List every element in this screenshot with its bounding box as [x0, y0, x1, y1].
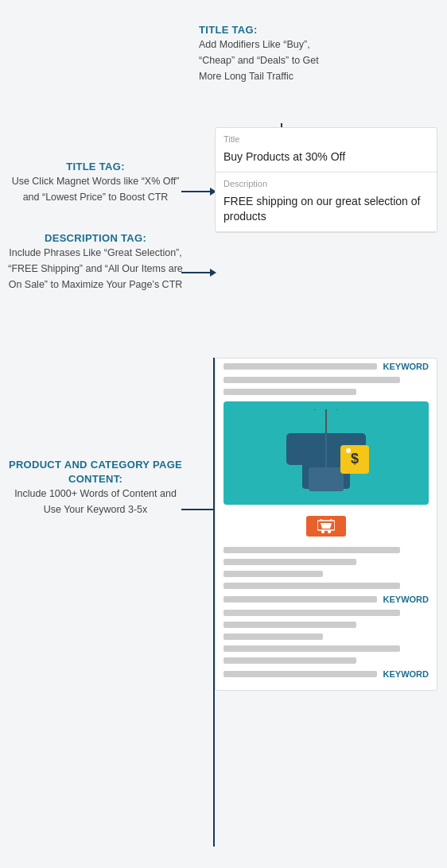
pp-bar-7 [224, 610, 400, 616]
keyword-bar-line1 [224, 363, 377, 370]
cart-button-area [216, 511, 437, 541]
product-image-area: $ [224, 401, 429, 505]
keyword-row-mid: KEYWORD [224, 595, 429, 604]
title-field-group: Title Buy Products at 30% Off [216, 128, 437, 172]
arrow-right-product [181, 509, 215, 510]
annotation-title-left: TITLE TAG: Use Click Magnet Words like “… [8, 159, 183, 205]
pp-bar-9 [224, 634, 323, 640]
svg-point-13 [321, 530, 325, 533]
annotation-desc-body: Include Phrases Like “Great Selection”, … [8, 247, 183, 290]
arrow-line-h-product [181, 509, 215, 510]
annotation-description: DESCRIPTION TAG: Include Phrases Like “G… [8, 231, 183, 292]
desc-field-value: FREE shipping on our great selection of … [224, 191, 429, 227]
svg-rect-5 [309, 467, 344, 491]
svg-rect-3 [286, 433, 306, 465]
pp-bar-6 [224, 583, 400, 589]
svg-point-9 [346, 448, 351, 453]
pp-bar-8 [224, 622, 356, 628]
arrow-head-right-desc [210, 269, 216, 277]
keyword-label-mid: KEYWORD [383, 595, 429, 604]
product-page-mock: KEYWORD $ [215, 358, 437, 691]
annotation-product: PRODUCT AND CATEGORY PAGE CONTENT: Inclu… [8, 457, 183, 517]
annotation-title-left-body: Use Click Magnet Words like “X% Off” and… [12, 176, 180, 203]
pp-bar-2 [224, 389, 356, 395]
annotation-product-body: Include 1000+ Words of Content and Use Y… [14, 488, 177, 515]
svg-text:$: $ [351, 451, 359, 467]
keyword-label-bottom: KEYWORD [383, 669, 429, 679]
cart-button [306, 516, 346, 537]
pp-bar-4 [224, 559, 356, 565]
annotation-title-top: TITLE TAG: Add Modifiers Like “Buy”, “Ch… [199, 22, 338, 83]
pp-bar-1 [224, 377, 400, 383]
keyword-label-top: KEYWORD [383, 362, 429, 371]
pp-bar-11 [224, 657, 356, 664]
keyword-bar-bottom [224, 671, 377, 677]
arrow-line-h-desc [181, 272, 210, 273]
keyword-bar-mid [224, 596, 377, 603]
arrow-right-title [181, 188, 216, 196]
annotation-desc-label: DESCRIPTION TAG: [45, 232, 146, 244]
arrow-line-h-title [181, 191, 210, 192]
annotation-title-top-body: Add Modifiers Like “Buy”, “Cheap” and “D… [199, 39, 319, 82]
annotation-product-label: PRODUCT AND CATEGORY PAGE CONTENT: [9, 459, 182, 485]
clothing-icon: $ [278, 409, 374, 497]
desc-field-group: Description FREE shipping on our great s… [216, 172, 437, 232]
pp-bar-3 [224, 547, 400, 553]
keyword-row-top: KEYWORD [224, 362, 429, 371]
arrow-right-desc [181, 269, 216, 277]
keyword-row-bottom: KEYWORD [224, 669, 429, 679]
annotation-title-left-label: TITLE TAG: [66, 161, 125, 172]
title-field-label: Title [224, 134, 429, 144]
desc-field-label: Description [224, 179, 429, 188]
title-field-value: Buy Products at 30% Off [224, 146, 429, 167]
diagram-container: TITLE TAG: Add Modifiers Like “Buy”, “Ch… [0, 0, 447, 868]
svg-point-14 [328, 530, 331, 533]
pp-bar-5 [224, 571, 323, 577]
annotation-title-top-label: TITLE TAG: [199, 24, 258, 36]
pp-bar-10 [224, 645, 400, 652]
mock-search-result: Title Buy Products at 30% Off Descriptio… [215, 127, 437, 233]
cart-icon [317, 519, 335, 533]
